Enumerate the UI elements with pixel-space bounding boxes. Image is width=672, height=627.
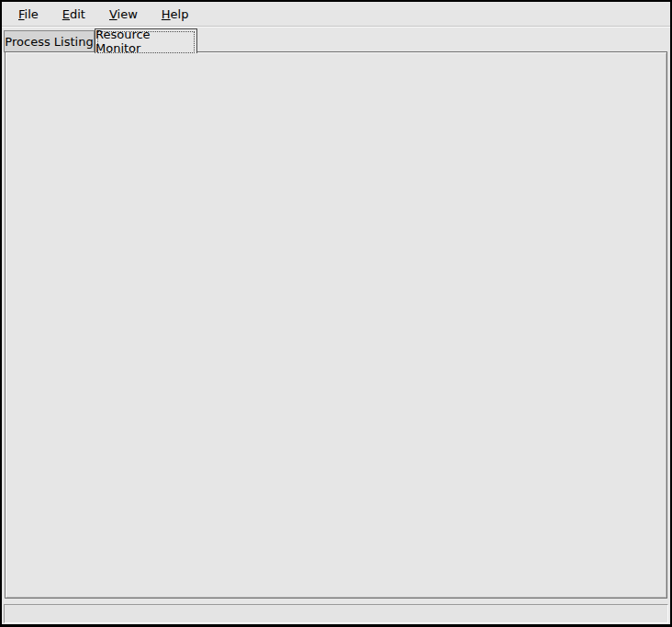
status-bar xyxy=(4,604,668,623)
tab-label: Process Listing xyxy=(5,35,93,49)
tab-label: Resource Monitor xyxy=(95,28,196,55)
menu-edit[interactable]: Edit xyxy=(53,5,95,24)
menu-file[interactable]: File xyxy=(9,5,48,24)
notebook-tabstrip: Process Listing Resource Monitor xyxy=(2,27,670,52)
menu-view[interactable]: View xyxy=(100,5,147,24)
menu-help[interactable]: Help xyxy=(152,5,198,24)
tab-resource-monitor[interactable]: Resource Monitor xyxy=(95,28,197,53)
menubar: File Edit View Help xyxy=(2,2,670,27)
system-monitor-window: File Edit View Help Process Listing Reso… xyxy=(0,0,672,627)
resource-monitor-page xyxy=(5,51,667,599)
tab-process-listing[interactable]: Process Listing xyxy=(4,30,95,52)
